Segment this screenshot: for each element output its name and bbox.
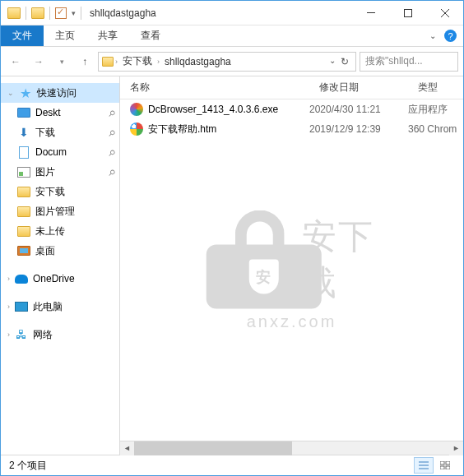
titlebar: ▾ shllqdastgagha (1, 1, 463, 25)
tab-home[interactable]: 主页 (44, 25, 86, 46)
nav-back-button[interactable]: ← (6, 52, 26, 72)
maximize-button[interactable] (389, 1, 426, 25)
sidebar-item-label: 未上传 (35, 224, 65, 238)
sidebar-item-unuploaded[interactable]: 未上传 (1, 221, 119, 241)
desktop-color-icon (17, 246, 30, 256)
nav-recent-dropdown[interactable]: ▾ (52, 52, 72, 72)
ribbon-expand-icon[interactable]: ⌄ (429, 31, 436, 40)
qat-dropdown-icon[interactable]: ▾ (72, 9, 76, 17)
watermark-url: anxz.com (247, 312, 337, 330)
folder-icon (17, 206, 30, 217)
file-row[interactable]: DcBrowser_1413_4.0.3.6.exe 2020/4/30 11:… (120, 99, 463, 119)
breadcrumb-seg-1[interactable]: 安下载 (119, 54, 155, 68)
chevron-right-icon: › (7, 330, 10, 339)
sidebar-network[interactable]: › 🖧 网络 (1, 325, 119, 344)
breadcrumb-seg-2[interactable]: shllqdastgagha (161, 56, 234, 67)
scroll-thumb[interactable] (134, 441, 292, 455)
chevron-right-icon: › (7, 275, 10, 283)
sidebar-item-picmgr[interactable]: 图片管理 (1, 201, 119, 221)
sidebar-item-label: 图片管理 (35, 205, 75, 219)
file-type: 应用程序 (408, 103, 463, 117)
onedrive-icon (15, 275, 28, 284)
watermark: 安 安下载 anxz.com (206, 210, 378, 330)
chevron-down-icon: ⌄ (7, 89, 14, 97)
chevron-right-icon[interactable]: › (157, 58, 160, 66)
pin-icon: ⚲ (106, 147, 117, 158)
minimize-button[interactable] (352, 1, 389, 25)
tab-file[interactable]: 文件 (1, 25, 44, 46)
close-button[interactable] (426, 1, 463, 25)
exe-icon (130, 103, 143, 116)
column-type[interactable]: 类型 (408, 81, 463, 95)
sidebar: ⌄ ★ 快速访问 Deskt ⚲ ⬇ 下载 ⚲ Docum ⚲ 图片 ⚲ 安下载 (1, 76, 120, 455)
svg-rect-0 (367, 12, 375, 13)
file-name: 安下载帮助.htm (148, 122, 216, 136)
chevron-right-icon[interactable]: › (115, 58, 118, 66)
nav-up-button[interactable]: ↑ (75, 52, 95, 72)
navbar: ← → ▾ ↑ › 安下载 › shllqdastgagha ⌄ ↻ 搜索"sh… (1, 47, 463, 76)
refresh-icon[interactable]: ↻ (341, 56, 349, 67)
qat-properties-icon[interactable] (55, 7, 67, 19)
pin-icon: ⚲ (106, 127, 117, 138)
folder-icon (17, 187, 30, 197)
document-icon (19, 146, 29, 159)
sidebar-item-label: 快速访问 (37, 86, 77, 100)
search-placeholder: 搜索"shllqd... (365, 54, 423, 68)
file-row[interactable]: 安下载帮助.htm 2019/12/9 12:39 360 Chrom (120, 119, 463, 139)
file-name: DcBrowser_1413_4.0.3.6.exe (148, 104, 278, 115)
folder-icon (17, 226, 30, 237)
sidebar-item-label: 此电脑 (33, 300, 63, 314)
sidebar-item-documents[interactable]: Docum ⚲ (1, 142, 119, 162)
sidebar-item-label: OneDrive (33, 273, 75, 284)
svg-rect-1 (404, 9, 411, 16)
sidebar-item-downloads[interactable]: ⬇ 下载 ⚲ (1, 122, 119, 142)
file-date: 2020/4/30 11:21 (309, 104, 408, 115)
nav-forward-button: → (29, 52, 49, 72)
breadcrumb-folder-icon (102, 57, 114, 67)
pc-icon (15, 302, 28, 312)
sidebar-item-pictures[interactable]: 图片 ⚲ (1, 162, 119, 182)
star-icon: ★ (19, 86, 32, 99)
column-headers: 名称 修改日期 类型 (120, 76, 463, 99)
desktop-icon (17, 108, 30, 118)
view-details-button[interactable] (414, 457, 434, 474)
column-date[interactable]: 修改日期 (309, 81, 408, 95)
svg-rect-9 (440, 466, 444, 469)
breadcrumb-dropdown-icon[interactable]: ⌄ (329, 56, 336, 67)
watermark-text: 安下载 (302, 213, 377, 305)
network-icon: 🖧 (15, 328, 28, 341)
sidebar-quick-access[interactable]: ⌄ ★ 快速访问 (1, 83, 119, 103)
view-icons-button[interactable] (435, 457, 455, 474)
app-icon (7, 7, 21, 19)
help-icon[interactable]: ? (444, 30, 457, 42)
sidebar-item-anxiazai[interactable]: 安下载 (1, 182, 119, 201)
breadcrumb[interactable]: › 安下载 › shllqdastgagha ⌄ ↻ (98, 52, 356, 72)
file-list: DcBrowser_1413_4.0.3.6.exe 2020/4/30 11:… (120, 99, 463, 441)
sidebar-item-desktop[interactable]: Deskt ⚲ (1, 103, 119, 122)
pin-icon: ⚲ (106, 108, 117, 118)
horizontal-scrollbar[interactable]: ◄ ► (120, 441, 463, 455)
sidebar-onedrive[interactable]: › OneDrive (1, 269, 119, 289)
sidebar-item-desk[interactable]: 桌面 (1, 241, 119, 261)
pin-icon: ⚲ (106, 167, 117, 178)
search-input[interactable]: 搜索"shllqd... (360, 52, 458, 72)
sidebar-item-label: 图片 (35, 165, 55, 179)
content-pane: 名称 修改日期 类型 DcBrowser_1413_4.0.3.6.exe 20… (120, 76, 463, 455)
download-icon: ⬇ (17, 126, 30, 139)
sidebar-item-label: 桌面 (35, 244, 55, 258)
tab-share[interactable]: 共享 (86, 25, 129, 46)
scroll-right-button[interactable]: ► (449, 441, 463, 455)
scroll-left-button[interactable]: ◄ (120, 441, 134, 455)
qat-folder-icon[interactable] (31, 7, 44, 19)
sidebar-item-label: Docum (35, 146, 67, 158)
ribbon-tabs: 文件 主页 共享 查看 ⌄ ? (1, 25, 463, 47)
item-count: 2 个项目 (9, 459, 47, 473)
column-name[interactable]: 名称 (120, 81, 309, 95)
sidebar-thispc[interactable]: › 此电脑 (1, 297, 119, 317)
window-title: shllqdastgagha (81, 7, 156, 19)
sidebar-item-label: 网络 (33, 328, 53, 342)
sidebar-item-label: Deskt (35, 107, 61, 118)
tab-view[interactable]: 查看 (129, 25, 172, 46)
svg-rect-7 (440, 461, 444, 464)
svg-rect-10 (446, 466, 450, 469)
